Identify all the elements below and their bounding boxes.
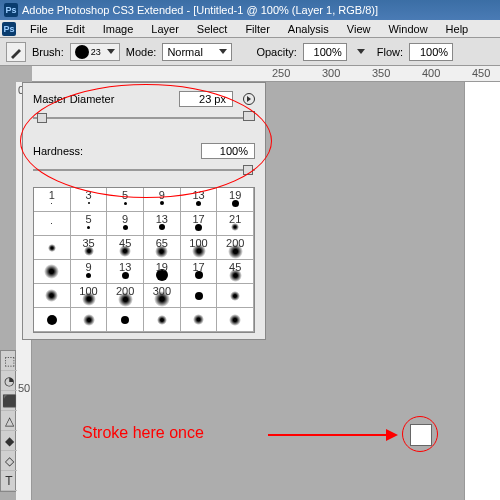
brush-swatch-icon	[44, 264, 59, 279]
brush-preset-cell[interactable]	[34, 260, 71, 284]
menu-analysis[interactable]: Analysis	[280, 21, 337, 37]
menu-layer[interactable]: Layer	[143, 21, 187, 37]
flow-field[interactable]: 100%	[409, 43, 453, 61]
tool-button[interactable]: T	[1, 471, 17, 491]
tool-button[interactable]: ⬛	[1, 391, 17, 411]
app-icon: Ps	[4, 3, 18, 17]
preset-size-label: 9	[71, 261, 107, 273]
brush-preset-picker[interactable]: 23	[70, 43, 120, 61]
brush-preset-cell[interactable]: 1	[34, 188, 71, 212]
tool-button[interactable]: △	[1, 411, 17, 431]
brush-swatch-icon	[193, 314, 204, 325]
mode-select[interactable]: Normal	[162, 43, 232, 61]
brush-preset-cell[interactable]	[34, 236, 71, 260]
menu-window[interactable]: Window	[380, 21, 435, 37]
master-diameter-slider[interactable]	[33, 111, 255, 125]
brush-swatch-icon	[123, 225, 128, 230]
options-bar: Brush: 23 Mode: Normal Opacity: 100% Flo…	[0, 38, 500, 66]
brush-preset-cell[interactable]: 9	[107, 212, 144, 236]
tool-button[interactable]: ◆	[1, 431, 17, 451]
brush-preset-cell[interactable]	[34, 284, 71, 308]
brush-preset-cell[interactable]: 3	[71, 188, 108, 212]
brush-preset-cell[interactable]: 45	[107, 236, 144, 260]
menu-view[interactable]: View	[339, 21, 379, 37]
annotation-arrow	[268, 428, 398, 442]
brush-preset-cell[interactable]: 13	[144, 212, 181, 236]
menu-edit[interactable]: Edit	[58, 21, 93, 37]
brush-preset-cell[interactable]: 35	[71, 236, 108, 260]
tool-button[interactable]: ◇	[1, 451, 17, 471]
brush-preset-cell[interactable]: 19	[144, 260, 181, 284]
master-diameter-value: 23 px	[199, 93, 226, 105]
brush-swatch-icon	[160, 201, 164, 205]
svg-marker-1	[386, 429, 398, 441]
brush-preset-cell[interactable]: 19	[217, 188, 254, 212]
menu-file[interactable]: File	[22, 21, 56, 37]
brush-preset-cell[interactable]: 5	[71, 212, 108, 236]
ruler-tick: 300	[322, 67, 340, 79]
brush-preset-cell[interactable]	[71, 308, 108, 332]
brush-preset-cell[interactable]: 100	[181, 236, 218, 260]
stroke-target-swatch[interactable]	[410, 424, 432, 446]
ruler-tick: 450	[472, 67, 490, 79]
chevron-down-icon[interactable]	[357, 49, 365, 54]
hardness-field[interactable]: 100%	[201, 143, 255, 159]
brush-preset-cell[interactable]: 200	[217, 236, 254, 260]
brush-preset-cell[interactable]: 21	[217, 212, 254, 236]
menu-help[interactable]: Help	[438, 21, 477, 37]
brush-preset-cell[interactable]: 45	[217, 260, 254, 284]
brush-preset-cell[interactable]: 13	[181, 188, 218, 212]
brush-preset-cell[interactable]: 9	[71, 260, 108, 284]
opacity-label: Opacity:	[256, 46, 296, 58]
preset-size-label: 1	[34, 189, 70, 201]
flow-value: 100%	[420, 46, 448, 58]
brush-swatch-icon	[124, 202, 127, 205]
brush-swatch-icon	[195, 292, 203, 300]
brush-preset-cell[interactable]: 200	[107, 284, 144, 308]
brush-preset-cell[interactable]: 17	[181, 212, 218, 236]
menu-image[interactable]: Image	[95, 21, 142, 37]
master-diameter-field[interactable]: 23 px	[179, 91, 233, 107]
brush-preset-cell[interactable]	[181, 308, 218, 332]
opacity-field[interactable]: 100%	[303, 43, 347, 61]
menu-select[interactable]: Select	[189, 21, 236, 37]
brush-preset-cell[interactable]: 17	[181, 260, 218, 284]
brush-preset-cell[interactable]: 100	[71, 284, 108, 308]
brush-preset-cell[interactable]	[107, 308, 144, 332]
hardness-label: Hardness:	[33, 145, 83, 157]
brush-preset-cell[interactable]	[217, 284, 254, 308]
tool-button[interactable]: ⬚	[1, 351, 17, 371]
hardness-slider[interactable]	[33, 163, 255, 177]
master-diameter-label: Master Diameter	[33, 93, 114, 105]
brush-preset-cell[interactable]: 65	[144, 236, 181, 260]
preset-size-label: 17	[181, 213, 217, 225]
preset-size-label: 300	[144, 285, 180, 297]
preset-size-label: 100	[181, 237, 217, 249]
brush-preset-cell[interactable]: 13	[107, 260, 144, 284]
brush-preset-cell[interactable]	[181, 284, 218, 308]
brush-preset-cell[interactable]	[34, 308, 71, 332]
new-preset-icon[interactable]	[243, 111, 255, 121]
ruler-tick: 400	[422, 67, 440, 79]
brush-swatch-icon	[229, 314, 241, 326]
brush-swatch-icon	[45, 289, 58, 302]
brush-preset-cell[interactable]: 300	[144, 284, 181, 308]
brush-preset-cell[interactable]: 9	[144, 188, 181, 212]
brush-preset-cell[interactable]	[144, 308, 181, 332]
document-canvas[interactable]	[464, 82, 500, 500]
menu-filter[interactable]: Filter	[237, 21, 277, 37]
window-titlebar: Ps Adobe Photoshop CS3 Extended - [Untit…	[0, 0, 500, 20]
tool-button[interactable]: ◔	[1, 371, 17, 391]
brush-preset-cell[interactable]	[34, 212, 71, 236]
ruler-tick: 250	[272, 67, 290, 79]
flyout-menu-icon[interactable]	[243, 93, 255, 105]
brush-tool-icon[interactable]	[6, 42, 26, 62]
brush-preset-cell[interactable]: 5	[107, 188, 144, 212]
slider-thumb[interactable]	[243, 165, 253, 175]
preset-size-label: 17	[181, 261, 217, 273]
chevron-down-icon	[107, 49, 115, 54]
slider-thumb[interactable]	[37, 113, 47, 123]
preset-size-label: 45	[107, 237, 143, 249]
preset-size-label: 9	[144, 189, 180, 201]
brush-preset-cell[interactable]	[217, 308, 254, 332]
